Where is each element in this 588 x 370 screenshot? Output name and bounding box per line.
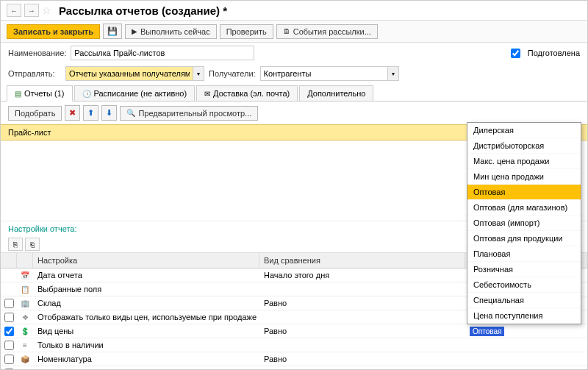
row-compare: Равно bbox=[259, 353, 465, 365]
row-compare: Равно bbox=[259, 367, 465, 370]
check-button[interactable]: Проверить bbox=[220, 24, 273, 39]
dropdown-item[interactable]: Цена поступления bbox=[467, 308, 581, 324]
row-icon: 💲 bbox=[21, 327, 29, 335]
dropdown-item[interactable]: Дилерская bbox=[467, 123, 581, 138]
magnifier-icon: 🔍 bbox=[126, 109, 135, 117]
row-label: Выбранные поля bbox=[33, 283, 259, 295]
save-close-button[interactable]: Записать и закрыть bbox=[7, 24, 100, 39]
table-row[interactable]: 📦НоменклатураРавно bbox=[1, 352, 587, 366]
tab-additional[interactable]: Дополнительно bbox=[299, 85, 373, 101]
chevron-down-icon[interactable]: ▾ bbox=[387, 66, 399, 81]
settings-btn-2[interactable]: ⎗ bbox=[25, 238, 40, 251]
row-icon: ❖ bbox=[22, 313, 29, 321]
row-label: Отображать только виды цен, используемые… bbox=[33, 311, 259, 323]
row-label: Вид цены bbox=[33, 325, 259, 337]
dropdown-item[interactable]: Оптовая bbox=[467, 185, 581, 200]
col-compare: Вид сравнения bbox=[259, 253, 465, 268]
row-compare bbox=[259, 344, 465, 346]
nav-fwd[interactable]: → bbox=[24, 4, 39, 17]
move-up-button[interactable]: ⬆ bbox=[83, 105, 98, 121]
sheet-icon: ▤ bbox=[15, 90, 21, 98]
row-icon: 📦 bbox=[21, 355, 29, 363]
save-icon: 💾 bbox=[107, 26, 118, 36]
dropdown-item[interactable]: Специальная bbox=[467, 293, 581, 308]
row-compare: Равно bbox=[259, 297, 465, 309]
dropdown-item[interactable]: Оптовая для продукции bbox=[467, 231, 581, 246]
row-label: Склад bbox=[33, 297, 259, 309]
row-value[interactable] bbox=[465, 344, 587, 346]
log-icon: 🗎 bbox=[283, 27, 290, 35]
name-input[interactable] bbox=[71, 46, 254, 60]
tab-reports[interactable]: ▤Отчеты (1) bbox=[7, 85, 73, 102]
row-icon: 🏢 bbox=[21, 299, 29, 307]
row-label: Дата отчета bbox=[33, 269, 259, 281]
dropdown-item[interactable]: Себестоимость bbox=[467, 277, 581, 293]
move-down-button[interactable]: ⬇ bbox=[101, 105, 117, 121]
row-icon: 📋 bbox=[21, 285, 29, 293]
dropdown-item[interactable]: Макс. цена продажи bbox=[467, 154, 581, 169]
row-label: Номенклатура bbox=[33, 353, 259, 365]
dropdown-item[interactable]: Оптовая (импорт) bbox=[467, 216, 581, 231]
dropdown-item[interactable]: Мин цена продажи bbox=[467, 169, 581, 185]
row-compare: Начало этого дня bbox=[259, 269, 465, 281]
play-icon: ▶ bbox=[132, 27, 137, 35]
chevron-down-icon[interactable]: ▾ bbox=[193, 66, 204, 81]
settings-btn-1[interactable]: ⎘ bbox=[8, 238, 23, 251]
dropdown-item[interactable]: Розничная bbox=[467, 262, 581, 277]
save-button[interactable]: 💾 bbox=[103, 24, 122, 39]
row-checkbox[interactable] bbox=[4, 341, 14, 350]
prepared-label: Подготовлена bbox=[528, 49, 580, 57]
run-now-button[interactable]: ▶Выполнить сейчас bbox=[125, 24, 217, 39]
prepared-checkbox[interactable] bbox=[511, 49, 520, 58]
mail-icon: ✉ bbox=[204, 90, 210, 98]
nav-back[interactable]: ← bbox=[7, 4, 21, 17]
row-checkbox[interactable] bbox=[4, 313, 14, 322]
row-label: Ценовая группа bbox=[33, 367, 259, 370]
dropdown-item[interactable]: Оптовая (для магазинов) bbox=[467, 200, 581, 216]
clock-icon: 🕓 bbox=[82, 90, 91, 98]
star-icon[interactable]: ☆ bbox=[42, 4, 51, 16]
dropdown-item[interactable]: Плановая bbox=[467, 246, 581, 262]
send-select[interactable] bbox=[65, 66, 193, 81]
row-compare: Равно bbox=[259, 325, 465, 337]
events-button[interactable]: 🗎События рассылки... bbox=[276, 24, 378, 39]
row-icon: 📅 bbox=[21, 271, 29, 280]
row-value[interactable] bbox=[465, 357, 587, 360]
row-checkbox[interactable] bbox=[4, 327, 14, 336]
row-value[interactable]: Оптовая bbox=[465, 325, 587, 338]
col-setting: Настройка bbox=[33, 253, 259, 268]
dropdown-item[interactable]: Дистрибьюторская bbox=[467, 138, 581, 154]
row-label: Только в наличии bbox=[33, 339, 259, 351]
recipients-label: Получатели: bbox=[209, 69, 256, 78]
tab-schedule[interactable]: 🕓Расписание (не активно) bbox=[74, 85, 196, 101]
tab-delivery[interactable]: ✉Доставка (эл. почта) bbox=[196, 85, 298, 101]
row-checkbox[interactable] bbox=[4, 355, 14, 364]
row-compare bbox=[259, 316, 465, 319]
table-row[interactable]: 💲Вид ценыРавноОптовая bbox=[1, 324, 587, 338]
row-icon: ≡ bbox=[23, 341, 27, 349]
table-row[interactable]: 🏷Ценовая группаРавно bbox=[1, 366, 587, 370]
send-label: Отправлять: bbox=[8, 69, 61, 78]
row-compare bbox=[259, 288, 465, 291]
table-row[interactable]: ≡Только в наличии bbox=[1, 338, 587, 352]
row-checkbox[interactable] bbox=[4, 299, 14, 308]
recipients-select[interactable] bbox=[260, 66, 387, 81]
preview-button[interactable]: 🔍Предварительный просмотр... bbox=[120, 106, 258, 121]
remove-button[interactable]: ✖ bbox=[65, 105, 80, 121]
name-label: Наименование: bbox=[8, 49, 66, 57]
pick-button[interactable]: Подобрать bbox=[8, 106, 62, 121]
page-title: Рассылка отчетов (создание) * bbox=[59, 4, 227, 17]
price-type-dropdown[interactable]: ДилерскаяДистрибьюторскаяМакс. цена прод… bbox=[467, 122, 581, 324]
